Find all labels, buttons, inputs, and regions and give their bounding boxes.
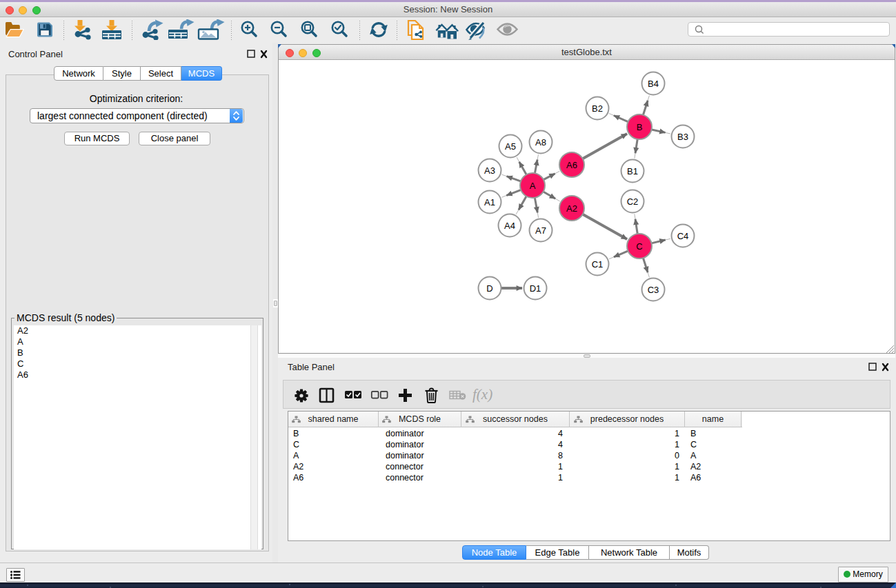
- svg-text:A5: A5: [505, 141, 516, 152]
- svg-text:B: B: [637, 122, 643, 132]
- svg-text:A4: A4: [504, 221, 515, 231]
- svg-text:B2: B2: [592, 103, 603, 114]
- svg-text:A2: A2: [566, 203, 577, 214]
- svg-text:B3: B3: [677, 132, 688, 142]
- svg-text:A: A: [530, 181, 536, 191]
- svg-text:C3: C3: [648, 285, 659, 295]
- svg-text:A6: A6: [566, 160, 577, 170]
- svg-text:A7: A7: [535, 225, 546, 236]
- svg-text:A3: A3: [484, 165, 495, 176]
- svg-text:D: D: [486, 283, 492, 294]
- svg-text:C1: C1: [592, 259, 604, 270]
- svg-text:B1: B1: [627, 166, 638, 176]
- svg-text:D1: D1: [530, 283, 541, 294]
- svg-text:B4: B4: [648, 79, 659, 89]
- svg-text:A1: A1: [484, 197, 495, 207]
- svg-text:C2: C2: [627, 196, 639, 207]
- svg-text:C4: C4: [677, 231, 689, 241]
- svg-text:C: C: [636, 241, 642, 252]
- svg-text:A8: A8: [535, 137, 546, 148]
